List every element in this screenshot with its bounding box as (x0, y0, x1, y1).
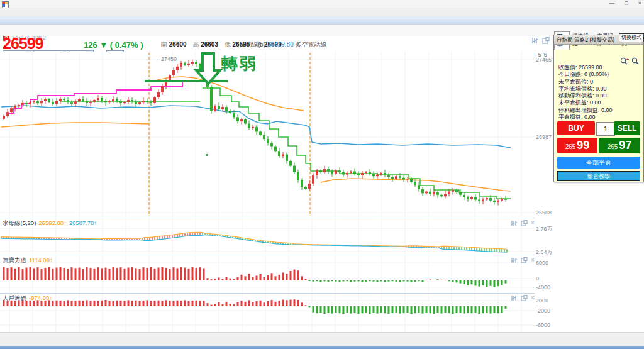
popout-icon[interactable] (521, 257, 528, 263)
summary-field: 未平倉損益: 0.00 (558, 99, 613, 106)
buy-button[interactable]: BUY (557, 121, 595, 135)
ma-readout: 日均線(5) 26929.80 多空電話線 (239, 40, 327, 49)
panel3-axis-label: -6000 (536, 322, 564, 328)
switch-mode-button[interactable]: 切換模式 (619, 33, 644, 42)
panel1-axis-label: 2.64万 (536, 248, 564, 257)
summary-field: 移動停利價格: 0.00 (558, 92, 613, 99)
popout-icon[interactable] (542, 37, 550, 44)
indicator-settings-icon[interactable] (511, 220, 518, 226)
main-chart-toolbar (531, 37, 550, 44)
jellyfish-value-1: 26592.00↑ (38, 219, 66, 226)
indicator-settings-icon[interactable] (511, 257, 518, 263)
video-tutorial-button[interactable]: 影音教學 (557, 171, 640, 181)
close-panel-icon[interactable]: × (531, 219, 535, 226)
close-button[interactable]: × (638, 0, 641, 8)
trade-panel: 台指期-策略2 (模擬交易) 切換模式 下單策略設定交易記錄歷史回測 + - 收… (553, 35, 644, 182)
bigplayers-panel-header: 大戶籌碼-974.00↑ (3, 294, 52, 302)
indicator-settings-icon[interactable] (531, 37, 539, 44)
main-axis-label: 26508 (536, 209, 564, 216)
panel1-axis-label: 2.76万 (536, 225, 564, 233)
position-summary: 收盤價: 26599.00今日漲跌: 0 (0.00%)未平倉部位: 0平均進場… (558, 64, 613, 121)
power-value: 1114.00↑ (29, 257, 53, 263)
minimize-button[interactable]: — (609, 0, 614, 8)
zoom-in-icon[interactable]: + (620, 57, 629, 65)
panel2-axis-label: -4000 (536, 284, 564, 291)
high-value: 26603 (201, 41, 218, 48)
bottom-tab-strip: 台指期 (0, 332, 644, 345)
panel-toolbar: × (511, 219, 535, 226)
open-value: 26600 (169, 41, 187, 48)
title-bar: — □ × (0, 0, 644, 8)
summary-field: 今日漲跌: 0 (0.00%) (558, 71, 613, 78)
bigplayers-value: -974.00↑ (29, 294, 52, 301)
panel-toolbar: × (511, 257, 535, 263)
summary-field: 未平倉部位: 0 (558, 79, 613, 86)
font-zoom-controls: + - (620, 57, 640, 65)
taskbar-strip (0, 345, 644, 349)
zoom-out-icon[interactable]: - (631, 57, 640, 65)
jellyfish-value-2: 26587.70↑ (69, 219, 97, 226)
panel3-axis-label: -2000 (536, 307, 564, 314)
power-panel-canvas[interactable]: 買賣力道1114.00↑ × (0, 255, 535, 294)
summary-field: 平倉損益: 0.00 (558, 114, 613, 121)
bid-price-button[interactable]: 26599 (557, 138, 597, 153)
ma-value: 26929.80 (267, 41, 294, 48)
toolbar: 台指期▼ 小型台指期▼ 5分K▼ 自定: 視窗數量 1 2 3 4 5 6 (0, 25, 644, 36)
indicator-settings-icon[interactable] (511, 295, 518, 301)
panel-toolbar: × (511, 294, 535, 301)
svg-text:-: - (638, 57, 640, 62)
jellyfish-panel-canvas[interactable]: 水母線(5,20)26592.00↑26587.70↑ × (0, 218, 535, 255)
summary-field: 收盤價: 26599.00 (558, 64, 613, 71)
jellyfish-panel-header: 水母線(5,20)26592.00↑26587.70↑ (3, 219, 97, 228)
power-panel-header: 買賣力道1114.00↑ (3, 257, 53, 265)
price-level-annotation: ←27450 (155, 56, 177, 62)
svg-text:+: + (626, 57, 629, 62)
menu-bar: 視窗 (0, 8, 644, 16)
main-chart-canvas[interactable]: 轉弱 ←27450 (0, 52, 535, 218)
bigplayers-panel-canvas[interactable]: 大戶籌碼-974.00↑ × (0, 293, 535, 333)
weakness-annotation: 轉弱 (221, 53, 258, 75)
summary-field: 平均進場價格: 0.00 (558, 86, 613, 92)
panel3-axis-label: 2000 (536, 297, 564, 304)
ask-price-button[interactable]: 26597 (599, 138, 640, 153)
restore-button[interactable]: □ (625, 0, 628, 8)
price-change: 126 ▼ ( 0.47% ) (84, 40, 143, 50)
child-window-bar: S 台指期-策略2 (0, 16, 644, 25)
app-window: — □ × 視窗 S 台指期-策略2 台指期▼ 小型台指期▼ 5分K▼ 自定: … (0, 0, 644, 349)
sell-button[interactable]: SELL (614, 121, 640, 135)
close-all-positions-button[interactable]: 全部平倉 (557, 157, 640, 169)
panel2-axis-label: 6000 (536, 260, 564, 266)
close-panel-icon[interactable]: × (531, 294, 535, 301)
popout-icon[interactable] (521, 295, 528, 301)
last-price: 26599 (3, 35, 43, 53)
close-panel-icon[interactable]: × (531, 257, 535, 263)
panel2-axis-label: 0 (536, 275, 564, 282)
popout-icon[interactable] (521, 220, 528, 226)
quantity-input[interactable] (596, 122, 615, 136)
summary-field: 停利線出場損益: 0.00 (558, 107, 613, 114)
